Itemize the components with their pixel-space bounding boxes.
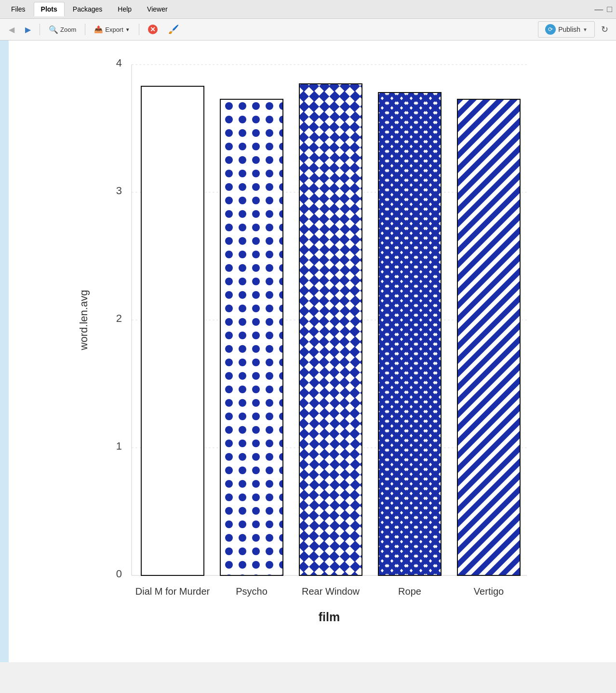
- svg-text:4: 4: [116, 57, 122, 69]
- chart-area: 0 1 2 3 4 word.len.avg: [9, 40, 616, 662]
- broom-button[interactable]: 🖌️: [164, 22, 183, 37]
- tab-files[interactable]: Files: [4, 2, 33, 16]
- publish-dropdown-arrow: ▼: [583, 27, 588, 32]
- export-dropdown-arrow: ▼: [125, 27, 130, 32]
- bar-vertigo: [457, 99, 520, 575]
- svg-text:3: 3: [116, 185, 122, 197]
- publish-icon: ⟳: [545, 24, 556, 35]
- publish-button[interactable]: ⟳ Publish ▼: [538, 21, 595, 38]
- svg-text:Psycho: Psycho: [236, 586, 268, 597]
- separator-2: [85, 24, 85, 35]
- svg-text:Dial M for Murder: Dial M for Murder: [135, 586, 210, 597]
- export-button[interactable]: 📤 Export ▼: [90, 23, 134, 36]
- svg-text:Vertigo: Vertigo: [474, 586, 504, 597]
- svg-text:Rope: Rope: [398, 586, 421, 597]
- tab-viewer[interactable]: Viewer: [140, 2, 175, 16]
- svg-text:word.len.avg: word.len.avg: [78, 290, 90, 351]
- bar-rear-window: [299, 84, 362, 575]
- bar-rope: [378, 93, 441, 575]
- publish-label: Publish: [558, 26, 580, 33]
- separator-1: [40, 24, 40, 35]
- bar-dial-m: [141, 86, 204, 575]
- separator-3: [139, 24, 139, 35]
- toolbar: ◀ ▶ 🔍 Zoom 📤 Export ▼ ✕ 🖌️ ⟳ Publish ▼ ↻: [0, 19, 616, 40]
- chart-svg: 0 1 2 3 4 word.len.avg: [74, 45, 546, 643]
- clear-icon: ✕: [148, 25, 158, 34]
- svg-text:film: film: [319, 610, 340, 624]
- forward-button[interactable]: ▶: [21, 24, 35, 35]
- broom-icon: 🖌️: [168, 24, 179, 35]
- tab-packages[interactable]: Packages: [66, 2, 109, 16]
- back-button[interactable]: ◀: [5, 24, 18, 35]
- svg-text:2: 2: [116, 312, 122, 324]
- tab-help[interactable]: Help: [110, 2, 139, 16]
- zoom-icon: 🔍: [49, 25, 58, 34]
- plot-container: 0 1 2 3 4 word.len.avg: [0, 40, 616, 662]
- bar-psycho: [220, 99, 283, 575]
- svg-text:Rear Window: Rear Window: [302, 586, 360, 597]
- maximize-icon[interactable]: □: [607, 4, 612, 14]
- left-sidebar-strip: [0, 40, 9, 662]
- export-icon: 📤: [94, 25, 103, 34]
- clear-button[interactable]: ✕: [144, 23, 161, 36]
- tab-bar: Files Plots Packages Help Viewer — □: [0, 0, 616, 19]
- tab-plots[interactable]: Plots: [34, 2, 65, 16]
- svg-text:0: 0: [116, 568, 122, 580]
- svg-text:1: 1: [116, 440, 122, 452]
- minimize-icon[interactable]: —: [594, 4, 603, 14]
- zoom-button[interactable]: 🔍 Zoom: [45, 23, 80, 36]
- refresh-button[interactable]: ↻: [598, 23, 611, 36]
